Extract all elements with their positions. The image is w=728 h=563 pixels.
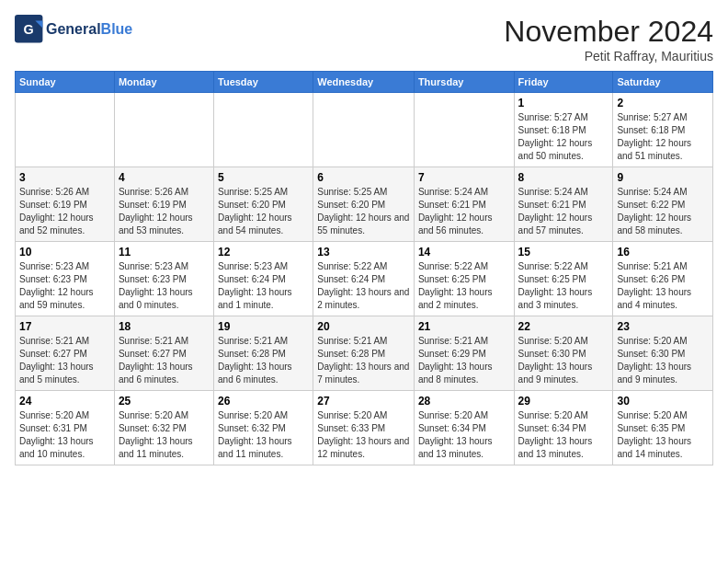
day-info: Sunrise: 5:21 AM Sunset: 6:29 PM Dayligh… (418, 335, 510, 386)
day-info: Sunrise: 5:22 AM Sunset: 6:25 PM Dayligh… (418, 260, 510, 312)
day-number: 29 (518, 395, 609, 408)
calendar-day-cell: 17Sunrise: 5:21 AM Sunset: 6:27 PM Dayli… (16, 316, 115, 391)
calendar-week-row: 3Sunrise: 5:26 AM Sunset: 6:19 PM Daylig… (16, 167, 713, 242)
calendar-day-cell (214, 93, 313, 167)
calendar-day-cell: 28Sunrise: 5:20 AM Sunset: 6:34 PM Dayli… (414, 391, 514, 465)
calendar-day-cell: 25Sunrise: 5:20 AM Sunset: 6:32 PM Dayli… (114, 391, 213, 465)
calendar-day-cell: 10Sunrise: 5:23 AM Sunset: 6:23 PM Dayli… (16, 242, 115, 316)
calendar-day-cell (114, 93, 213, 167)
day-info: Sunrise: 5:26 AM Sunset: 6:19 PM Dayligh… (19, 186, 110, 237)
weekday-header-tuesday: Tuesday (214, 72, 313, 93)
weekday-header-friday: Friday (514, 72, 613, 93)
calendar-day-cell: 27Sunrise: 5:20 AM Sunset: 6:33 PM Dayli… (313, 391, 415, 465)
day-info: Sunrise: 5:22 AM Sunset: 6:25 PM Dayligh… (518, 260, 609, 312)
day-info: Sunrise: 5:21 AM Sunset: 6:28 PM Dayligh… (317, 335, 410, 386)
weekday-header-sunday: Sunday (16, 72, 115, 93)
calendar-day-cell (414, 93, 514, 167)
day-info: Sunrise: 5:23 AM Sunset: 6:23 PM Dayligh… (119, 260, 210, 312)
day-number: 18 (119, 320, 210, 333)
calendar-day-cell: 16Sunrise: 5:21 AM Sunset: 6:26 PM Dayli… (613, 242, 713, 316)
day-number: 27 (317, 395, 410, 408)
calendar-day-cell: 30Sunrise: 5:20 AM Sunset: 6:35 PM Dayli… (613, 391, 713, 465)
day-number: 7 (418, 171, 510, 184)
day-info: Sunrise: 5:25 AM Sunset: 6:20 PM Dayligh… (317, 186, 410, 237)
logo-icon: G (15, 15, 44, 44)
weekday-header-thursday: Thursday (414, 72, 514, 93)
calendar-day-cell: 24Sunrise: 5:20 AM Sunset: 6:31 PM Dayli… (16, 391, 115, 465)
day-number: 17 (19, 320, 110, 333)
day-number: 9 (617, 171, 709, 184)
logo-text-blue: Blue (101, 21, 133, 37)
day-number: 4 (119, 171, 210, 184)
day-number: 15 (518, 246, 609, 259)
calendar-day-cell (16, 93, 115, 167)
day-number: 6 (317, 171, 410, 184)
weekday-header-row: SundayMondayTuesdayWednesdayThursdayFrid… (16, 72, 713, 93)
calendar-day-cell: 5Sunrise: 5:25 AM Sunset: 6:20 PM Daylig… (214, 167, 313, 242)
day-info: Sunrise: 5:20 AM Sunset: 6:34 PM Dayligh… (518, 409, 609, 461)
day-number: 10 (19, 246, 110, 259)
calendar-table: SundayMondayTuesdayWednesdayThursdayFrid… (15, 71, 713, 465)
day-number: 25 (119, 395, 210, 408)
day-number: 1 (518, 97, 609, 109)
day-info: Sunrise: 5:24 AM Sunset: 6:21 PM Dayligh… (418, 186, 510, 237)
logo-text-general: General (46, 21, 101, 37)
day-number: 26 (218, 395, 309, 408)
calendar-day-cell: 2Sunrise: 5:27 AM Sunset: 6:18 PM Daylig… (613, 93, 713, 167)
calendar-week-row: 10Sunrise: 5:23 AM Sunset: 6:23 PM Dayli… (16, 242, 713, 316)
calendar-day-cell: 6Sunrise: 5:25 AM Sunset: 6:20 PM Daylig… (313, 167, 415, 242)
day-number: 8 (518, 171, 609, 184)
weekday-header-wednesday: Wednesday (313, 72, 415, 93)
day-info: Sunrise: 5:20 AM Sunset: 6:34 PM Dayligh… (418, 409, 510, 461)
day-info: Sunrise: 5:25 AM Sunset: 6:20 PM Dayligh… (218, 186, 309, 237)
calendar-week-row: 17Sunrise: 5:21 AM Sunset: 6:27 PM Dayli… (16, 316, 713, 391)
calendar-day-cell: 11Sunrise: 5:23 AM Sunset: 6:23 PM Dayli… (114, 242, 213, 316)
calendar-day-cell: 8Sunrise: 5:24 AM Sunset: 6:21 PM Daylig… (514, 167, 613, 242)
day-number: 22 (518, 320, 609, 333)
day-number: 12 (218, 246, 309, 259)
day-info: Sunrise: 5:20 AM Sunset: 6:33 PM Dayligh… (317, 409, 410, 461)
day-info: Sunrise: 5:20 AM Sunset: 6:32 PM Dayligh… (119, 409, 210, 461)
day-info: Sunrise: 5:21 AM Sunset: 6:28 PM Dayligh… (218, 335, 309, 386)
day-number: 19 (218, 320, 309, 333)
day-number: 16 (617, 246, 709, 259)
day-info: Sunrise: 5:24 AM Sunset: 6:22 PM Dayligh… (617, 186, 709, 237)
calendar-day-cell: 29Sunrise: 5:20 AM Sunset: 6:34 PM Dayli… (514, 391, 613, 465)
title-section: November 2024 Petit Raffray, Mauritius (504, 15, 713, 63)
calendar-day-cell: 9Sunrise: 5:24 AM Sunset: 6:22 PM Daylig… (613, 167, 713, 242)
calendar-day-cell: 26Sunrise: 5:20 AM Sunset: 6:32 PM Dayli… (214, 391, 313, 465)
day-number: 13 (317, 246, 410, 259)
weekday-header-monday: Monday (114, 72, 213, 93)
day-number: 20 (317, 320, 410, 333)
page-header: G GeneralBlue November 2024 Petit Raffra… (15, 15, 713, 63)
calendar-day-cell: 19Sunrise: 5:21 AM Sunset: 6:28 PM Dayli… (214, 316, 313, 391)
day-number: 23 (617, 320, 709, 333)
calendar-day-cell: 14Sunrise: 5:22 AM Sunset: 6:25 PM Dayli… (414, 242, 514, 316)
day-info: Sunrise: 5:23 AM Sunset: 6:24 PM Dayligh… (218, 260, 309, 312)
day-number: 3 (19, 171, 110, 184)
calendar-day-cell: 3Sunrise: 5:26 AM Sunset: 6:19 PM Daylig… (16, 167, 115, 242)
day-info: Sunrise: 5:27 AM Sunset: 6:18 PM Dayligh… (518, 111, 609, 163)
calendar-day-cell: 1Sunrise: 5:27 AM Sunset: 6:18 PM Daylig… (514, 93, 613, 167)
day-info: Sunrise: 5:20 AM Sunset: 6:30 PM Dayligh… (617, 335, 709, 386)
day-number: 11 (119, 246, 210, 259)
calendar-day-cell (313, 93, 415, 167)
day-info: Sunrise: 5:21 AM Sunset: 6:26 PM Dayligh… (617, 260, 709, 312)
calendar-day-cell: 12Sunrise: 5:23 AM Sunset: 6:24 PM Dayli… (214, 242, 313, 316)
day-number: 14 (418, 246, 510, 259)
day-info: Sunrise: 5:24 AM Sunset: 6:21 PM Dayligh… (518, 186, 609, 237)
logo: G GeneralBlue (15, 15, 132, 44)
calendar-day-cell: 23Sunrise: 5:20 AM Sunset: 6:30 PM Dayli… (613, 316, 713, 391)
day-info: Sunrise: 5:23 AM Sunset: 6:23 PM Dayligh… (19, 260, 110, 312)
day-info: Sunrise: 5:22 AM Sunset: 6:24 PM Dayligh… (317, 260, 410, 312)
calendar-day-cell: 22Sunrise: 5:20 AM Sunset: 6:30 PM Dayli… (514, 316, 613, 391)
day-info: Sunrise: 5:26 AM Sunset: 6:19 PM Dayligh… (119, 186, 210, 237)
day-info: Sunrise: 5:21 AM Sunset: 6:27 PM Dayligh… (119, 335, 210, 386)
day-number: 5 (218, 171, 309, 184)
weekday-header-saturday: Saturday (613, 72, 713, 93)
day-info: Sunrise: 5:20 AM Sunset: 6:31 PM Dayligh… (19, 409, 110, 461)
day-number: 24 (19, 395, 110, 408)
calendar-day-cell: 13Sunrise: 5:22 AM Sunset: 6:24 PM Dayli… (313, 242, 415, 316)
calendar-week-row: 24Sunrise: 5:20 AM Sunset: 6:31 PM Dayli… (16, 391, 713, 465)
day-info: Sunrise: 5:20 AM Sunset: 6:30 PM Dayligh… (518, 335, 609, 386)
